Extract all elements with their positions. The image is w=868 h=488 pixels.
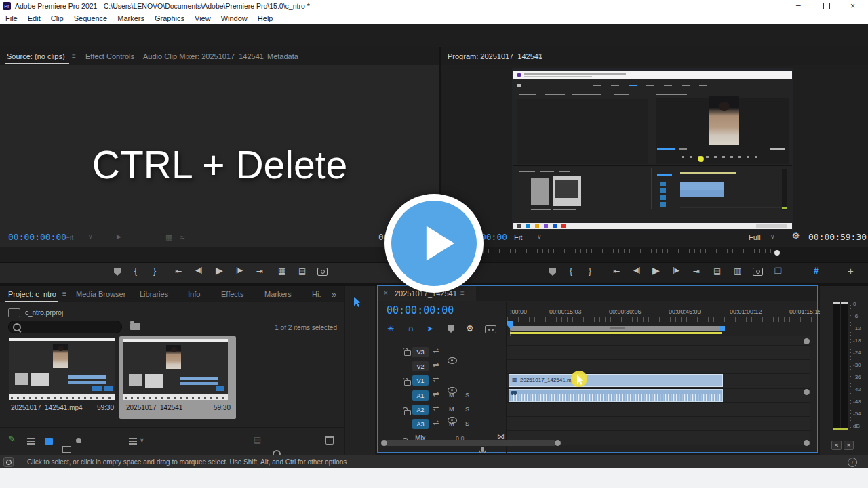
- track-lock-icon[interactable]: [404, 380, 411, 386]
- program-add-marker-icon[interactable]: [549, 268, 556, 276]
- program-go-to-in-icon[interactable]: ⇤: [613, 266, 620, 276]
- source-export-frame-icon[interactable]: [317, 268, 328, 276]
- vertical-scroll-handle[interactable]: [804, 389, 810, 395]
- source-panel-menu-icon[interactable]: ≡: [72, 52, 76, 60]
- menu-file[interactable]: File: [5, 14, 18, 22]
- work-area-handle[interactable]: [720, 326, 725, 331]
- linked-selection-icon[interactable]: ➤: [427, 324, 433, 333]
- tab-effects[interactable]: Effects: [221, 290, 243, 298]
- source-add-marker-icon[interactable]: [114, 268, 121, 276]
- sync-lock-icon[interactable]: ⇌: [433, 375, 439, 384]
- menu-edit[interactable]: Edit: [28, 14, 41, 22]
- tab-program[interactable]: Program: 20251017_142541: [448, 52, 542, 60]
- nest-sequences-icon[interactable]: ✳: [387, 324, 394, 333]
- program-lift-icon[interactable]: ▤: [713, 266, 721, 276]
- program-zoom-select[interactable]: Fit: [514, 233, 522, 241]
- scrollbar-handle[interactable]: [555, 440, 561, 446]
- tab-metadata[interactable]: Metadata: [267, 52, 298, 60]
- tab-history[interactable]: Hi.: [312, 290, 321, 298]
- program-extract-icon[interactable]: ▥: [734, 266, 741, 276]
- scrollbar-handle[interactable]: [381, 440, 387, 446]
- voiceover-mic-icon[interactable]: [481, 447, 484, 452]
- menu-view[interactable]: View: [195, 14, 211, 22]
- timeline-ruler[interactable]: [507, 317, 814, 322]
- audio-clip[interactable]: [509, 389, 723, 402]
- automate-to-sequence-icon[interactable]: ▤: [254, 435, 261, 445]
- close-button[interactable]: ×: [850, 1, 855, 11]
- writable-pen-icon[interactable]: ✎: [8, 434, 16, 444]
- timeline-settings-wrench-icon[interactable]: ⚙: [466, 323, 474, 333]
- track-badge-a1[interactable]: A1: [412, 390, 429, 401]
- track-badge-v2[interactable]: V2: [412, 361, 429, 371]
- tab-markers[interactable]: Markers: [264, 290, 292, 298]
- source-scrub-bar[interactable]: [0, 247, 439, 263]
- mute-button[interactable]: M: [449, 392, 454, 399]
- menu-graphics[interactable]: Graphics: [155, 14, 184, 22]
- project-item-thumbnail[interactable]: [9, 338, 115, 400]
- solo-button[interactable]: S: [465, 420, 469, 427]
- work-area-bar[interactable]: [510, 326, 724, 331]
- program-safe-margins-icon[interactable]: #: [814, 265, 819, 276]
- menu-help[interactable]: Help: [258, 14, 273, 22]
- sort-icon[interactable]: [129, 438, 137, 445]
- program-go-to-out-icon[interactable]: ⇥: [693, 266, 700, 276]
- track-lock-icon[interactable]: [404, 410, 411, 415]
- track-badge-v3[interactable]: V3: [412, 347, 429, 357]
- search-input[interactable]: [8, 321, 122, 333]
- track-badge-v1[interactable]: V1: [412, 375, 429, 386]
- tab-audio-clip-mixer[interactable]: Audio Clip Mixer: 20251017_142541: [143, 52, 264, 60]
- tab-libraries[interactable]: Libraries: [140, 290, 168, 298]
- program-export-frame-icon[interactable]: [753, 268, 763, 276]
- project-panel-menu-icon[interactable]: ≡: [62, 290, 66, 298]
- timeline-tab-close-icon[interactable]: ×: [384, 289, 388, 297]
- search-bin-icon[interactable]: [130, 323, 140, 330]
- snap-icon[interactable]: ∩: [408, 323, 414, 333]
- freeform-view-icon[interactable]: [62, 446, 71, 453]
- menu-clip[interactable]: Clip: [51, 14, 64, 22]
- track-lock-icon[interactable]: [404, 350, 411, 356]
- program-mark-out-icon[interactable]: }: [589, 266, 591, 276]
- program-mark-in-icon[interactable]: {: [570, 266, 572, 276]
- icon-view-icon[interactable]: [45, 438, 53, 445]
- source-play-icon[interactable]: ▶: [216, 265, 223, 276]
- source-go-to-out-icon[interactable]: ⇥: [256, 266, 263, 276]
- source-insert-icon[interactable]: ▦: [278, 266, 285, 276]
- sync-lock-icon[interactable]: ⇌: [433, 361, 439, 369]
- menu-window[interactable]: Window: [221, 14, 248, 22]
- timeline-current-time[interactable]: 00:00:00:00: [387, 304, 454, 317]
- add-marker-icon[interactable]: [448, 325, 454, 333]
- source-mark-in-icon[interactable]: {: [134, 266, 137, 276]
- tab-info[interactable]: Info: [188, 290, 200, 298]
- zoom-slider-handle[interactable]: [76, 438, 81, 443]
- sync-lock-icon[interactable]: ⇌: [433, 418, 439, 427]
- selection-tool[interactable]: [354, 297, 362, 307]
- source-zoom-select[interactable]: Fit: [65, 233, 73, 241]
- program-button-editor-icon[interactable]: +: [848, 265, 854, 277]
- program-step-back-icon[interactable]: ◀|: [633, 266, 640, 274]
- track-badge-a3[interactable]: A3: [412, 419, 429, 429]
- sync-lock-icon[interactable]: ⇌: [433, 404, 439, 413]
- track-badge-a2[interactable]: A2: [412, 405, 429, 415]
- mute-button[interactable]: M: [449, 406, 454, 413]
- program-resolution-select[interactable]: Full: [749, 233, 761, 241]
- program-scrub-handle[interactable]: [774, 250, 780, 256]
- sync-lock-icon[interactable]: ⇌: [433, 390, 439, 399]
- source-go-to-in-icon[interactable]: ⇤: [175, 266, 182, 276]
- video-clip[interactable]: ▦ 20251017_142541.mp4: [509, 374, 723, 387]
- solo-right-button[interactable]: S: [844, 441, 854, 450]
- minimize-button[interactable]: –: [796, 1, 801, 10]
- source-current-time[interactable]: 00:00:00:00: [8, 232, 66, 242]
- project-item-thumbnail-selected[interactable]: [123, 339, 228, 400]
- program-scrub-bar[interactable]: [441, 247, 868, 263]
- program-settings-wrench-icon[interactable]: ⚙: [791, 232, 801, 240]
- drag-audio-icon[interactable]: ≈: [180, 232, 185, 242]
- program-play-icon[interactable]: ▶: [652, 265, 660, 276]
- vertical-scroll-handle[interactable]: [804, 338, 810, 344]
- drag-video-icon[interactable]: ▦: [165, 232, 172, 241]
- source-overwrite-icon[interactable]: ▤: [298, 266, 306, 276]
- tab-source[interactable]: Source: (no clips): [7, 52, 65, 60]
- timeline-panel-menu-icon[interactable]: ≡: [460, 289, 465, 297]
- creative-cloud-icon[interactable]: [3, 457, 14, 467]
- horizontal-scrollbar[interactable]: [384, 440, 556, 446]
- scrollbar-handle[interactable]: [804, 440, 810, 446]
